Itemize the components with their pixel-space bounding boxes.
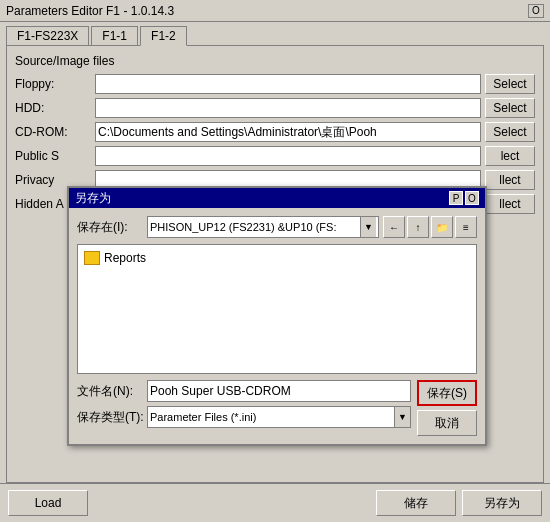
content-area: Source/Image files Floppy: Select HDD: S… [6,45,544,483]
dialog-cancel-button[interactable]: 取消 [417,410,477,436]
hdd-label: HDD: [15,101,95,115]
dialog-nav-new-folder[interactable]: 📁 [431,216,453,238]
filename-row: 文件名(N): [77,380,411,402]
floppy-select-button[interactable]: Select [485,74,535,94]
floppy-label: Floppy: [15,77,95,91]
tab-f1-fs223x[interactable]: F1-FS223X [6,26,89,45]
title-bar: Parameters Editor F1 - 1.0.14.3 O [0,0,550,22]
floppy-row: Floppy: Select [15,74,535,94]
filetype-row: 保存类型(T): Parameter Files (*.ini) ▼ [77,406,411,428]
filename-label: 文件名(N): [77,383,147,400]
dialog-title-bar: 另存为 P O [69,188,485,208]
window-title: Parameters Editor F1 - 1.0.14.3 [6,4,174,18]
bottom-bar: Load 储存 另存为 [0,483,550,522]
folder-item-reports[interactable]: Reports [82,249,472,267]
dialog-minimize-button[interactable]: P [449,191,463,205]
close-button[interactable]: O [528,4,544,18]
folder-name: Reports [104,251,146,265]
dialog-bottom-inputs: 文件名(N): 保存类型(T): Parameter Files (*.ini)… [77,380,411,432]
dialog-nav-back[interactable]: ← [383,216,405,238]
section-label: Source/Image files [15,54,535,68]
main-window: F1-FS223X F1-1 F1-2 Source/Image files F… [0,22,550,522]
tab-f1-2[interactable]: F1-2 [140,26,187,46]
hdd-input[interactable] [95,98,481,118]
cdrom-label: CD-ROM: [15,125,95,139]
save-as-dialog: 另存为 P O 保存在(I): PHISON_UP12 (FS2231) &UP… [67,186,487,446]
dialog-nav-buttons: ← ↑ 📁 ≡ [383,216,477,238]
cdrom-select-button[interactable]: Select [485,122,535,142]
tab-bar: F1-FS223X F1-1 F1-2 [0,22,550,45]
dialog-title: 另存为 [75,190,111,207]
public-label: Public S [15,149,95,163]
load-button[interactable]: Load [8,490,88,516]
hidden-select-button[interactable]: llect [485,194,535,214]
hdd-row: HDD: Select [15,98,535,118]
filetype-arrow[interactable]: ▼ [394,407,410,427]
dialog-save-button[interactable]: 保存(S) [417,380,477,406]
floppy-input[interactable] [95,74,481,94]
hdd-select-button[interactable]: Select [485,98,535,118]
dialog-close-button[interactable]: O [465,191,479,205]
dialog-body: 保存在(I): PHISON_UP12 (FS2231) &UP10 (FS: … [69,208,485,444]
dialog-nav-view[interactable]: ≡ [455,216,477,238]
dialog-location-row: 保存在(I): PHISON_UP12 (FS2231) &UP10 (FS: … [77,216,477,238]
public-select-button[interactable]: lect [485,146,535,166]
public-row: Public S lect [15,146,535,166]
privacy-label: Privacy [15,173,95,187]
folder-icon [84,251,100,265]
dialog-bottom-section: 文件名(N): 保存类型(T): Parameter Files (*.ini)… [77,380,477,436]
filetype-dropdown[interactable]: Parameter Files (*.ini) ▼ [147,406,411,428]
save-as-button[interactable]: 另存为 [462,490,542,516]
right-buttons: 储存 另存为 [376,490,542,516]
save-button[interactable]: 储存 [376,490,456,516]
dialog-location-label: 保存在(I): [77,219,147,236]
public-input[interactable] [95,146,481,166]
dialog-title-buttons: P O [449,191,479,205]
dialog-action-buttons: 保存(S) 取消 [417,380,477,436]
filetype-value: Parameter Files (*.ini) [148,411,394,423]
file-list-area: Reports [77,244,477,374]
filetype-label: 保存类型(T): [77,409,147,426]
dialog-location-dropdown[interactable]: PHISON_UP12 (FS2231) &UP10 (FS: ▼ [147,216,379,238]
cdrom-input[interactable] [95,122,481,142]
cdrom-row: CD-ROM: Select [15,122,535,142]
dialog-dropdown-arrow[interactable]: ▼ [360,217,376,237]
dialog-location-value: PHISON_UP12 (FS2231) &UP10 (FS: [150,221,360,233]
tab-f1-1[interactable]: F1-1 [91,26,138,45]
dialog-nav-up[interactable]: ↑ [407,216,429,238]
privacy-select-button[interactable]: llect [485,170,535,190]
filename-input[interactable] [147,380,411,402]
